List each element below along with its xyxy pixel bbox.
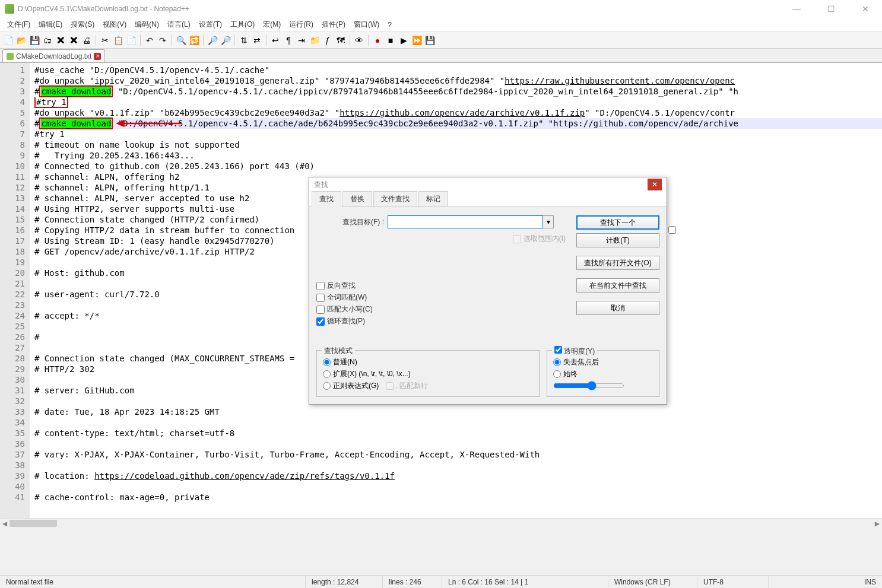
file-tab-icon bbox=[7, 53, 14, 60]
find-icon[interactable]: 🔍 bbox=[175, 34, 187, 46]
redo-icon[interactable]: ↷ bbox=[157, 34, 169, 46]
horizontal-scrollbar[interactable]: ◀ ▶ bbox=[0, 518, 882, 527]
open-icon[interactable]: 📂 bbox=[15, 34, 27, 46]
menu-search[interactable]: 搜索(S) bbox=[67, 18, 98, 31]
search-mode-legend: 查找模式 bbox=[322, 346, 355, 356]
paste-icon[interactable]: 📄 bbox=[125, 34, 137, 46]
save-macro-icon[interactable]: 💾 bbox=[424, 34, 436, 46]
scroll-left-icon[interactable]: ◀ bbox=[0, 519, 9, 527]
close-all-icon[interactable]: 🗙 bbox=[68, 34, 80, 46]
wrap-checkbox[interactable] bbox=[316, 317, 325, 326]
mode-regex-radio[interactable] bbox=[323, 382, 331, 390]
separator bbox=[172, 35, 172, 46]
whole-word-checkbox[interactable] bbox=[316, 294, 325, 302]
menu-window[interactable]: 窗口(W) bbox=[350, 18, 383, 31]
trans-always-radio[interactable] bbox=[553, 370, 561, 378]
count-button[interactable]: 计数(T) bbox=[576, 233, 659, 247]
minimize-button[interactable]: — bbox=[785, 4, 808, 14]
cut-icon[interactable]: ✂ bbox=[99, 34, 111, 46]
save-all-icon[interactable]: 🗂 bbox=[42, 34, 53, 46]
trans-onlose-label: 失去焦点后 bbox=[563, 357, 599, 367]
transparency-slider[interactable] bbox=[553, 381, 624, 390]
new-icon[interactable]: 📄 bbox=[2, 34, 14, 46]
menu-help[interactable]: ? bbox=[384, 20, 395, 30]
scroll-right-icon[interactable]: ▶ bbox=[873, 519, 882, 527]
cancel-button[interactable]: 取消 bbox=[576, 301, 659, 315]
menu-view[interactable]: 视图(V) bbox=[99, 18, 130, 31]
tab-find[interactable]: 查找 bbox=[312, 191, 341, 207]
zoom-out-icon[interactable]: 🔎 bbox=[220, 34, 231, 46]
menu-tools[interactable]: 工具(O) bbox=[227, 18, 258, 31]
menu-language[interactable]: 语言(L) bbox=[164, 18, 194, 31]
menu-encoding[interactable]: 编码(N) bbox=[131, 18, 163, 31]
mode-extended-radio[interactable] bbox=[323, 370, 331, 378]
scroll-thumb[interactable] bbox=[9, 520, 57, 527]
status-mode: Normal text file bbox=[0, 576, 306, 588]
wrap-icon[interactable]: ↩ bbox=[269, 34, 281, 46]
find-target-input[interactable] bbox=[388, 215, 543, 228]
mode-extended-label: 扩展(X) (\n, \r, \t, \0, \x...) bbox=[333, 369, 411, 379]
match-case-checkbox[interactable] bbox=[316, 306, 325, 314]
whole-word-label: 全词匹配(W) bbox=[327, 293, 367, 303]
tab-mark[interactable]: 标记 bbox=[418, 191, 448, 206]
find-dialog: 查找 ✕ 查找 替换 文件查找 标记 查找目标(F) : ▾ 选取范围内(I) … bbox=[309, 177, 667, 405]
find-target-label: 查找目标(F) : bbox=[316, 217, 388, 227]
replace-icon[interactable]: 🔁 bbox=[188, 34, 200, 46]
find-next-button[interactable]: 查找下一个 bbox=[576, 215, 659, 230]
menu-settings[interactable]: 设置(T) bbox=[195, 18, 226, 31]
in-selection-checkbox bbox=[513, 235, 521, 243]
combo-dropdown-icon[interactable]: ▾ bbox=[543, 215, 554, 228]
zoom-in-icon[interactable]: 🔎 bbox=[207, 34, 218, 46]
map-icon[interactable]: 🗺 bbox=[335, 34, 347, 46]
file-tab[interactable]: CMakeDownloadLog.txt × bbox=[2, 49, 105, 62]
copy-icon[interactable]: 📋 bbox=[112, 34, 124, 46]
save-icon[interactable]: 💾 bbox=[28, 34, 40, 46]
separator bbox=[368, 35, 369, 46]
record-icon[interactable]: ● bbox=[372, 34, 383, 46]
print-icon[interactable]: 🖨 bbox=[81, 34, 93, 46]
extra-checkbox[interactable] bbox=[668, 226, 676, 234]
menu-file[interactable]: 文件(F) bbox=[4, 18, 34, 31]
folder-icon[interactable]: 📁 bbox=[309, 34, 321, 46]
dialog-close-icon[interactable]: ✕ bbox=[648, 179, 662, 190]
status-enc: UTF-8 bbox=[697, 576, 769, 588]
tabbar: CMakeDownloadLog.txt × bbox=[0, 49, 882, 63]
trans-onlose-radio[interactable] bbox=[553, 358, 561, 366]
mode-regex-label: 正则表达式(G) bbox=[333, 381, 379, 391]
tab-find-in-files[interactable]: 文件查找 bbox=[373, 191, 417, 206]
dialog-titlebar[interactable]: 查找 ✕ bbox=[309, 177, 667, 192]
trans-always-label: 始终 bbox=[563, 369, 578, 379]
find-in-current-button[interactable]: 在当前文件中查找 bbox=[576, 278, 659, 293]
wrap-label: 循环查找(P) bbox=[327, 316, 365, 326]
indent-icon[interactable]: ⇥ bbox=[296, 34, 307, 46]
transparency-checkbox[interactable] bbox=[554, 346, 562, 354]
menu-run[interactable]: 运行(R) bbox=[285, 18, 317, 31]
stop-icon[interactable]: ■ bbox=[385, 34, 396, 46]
mode-normal-radio[interactable] bbox=[323, 358, 331, 366]
tab-replace[interactable]: 替换 bbox=[342, 191, 372, 206]
maximize-button[interactable]: ☐ bbox=[819, 4, 843, 14]
monitor-icon[interactable]: 👁 bbox=[353, 34, 365, 46]
file-tab-label: CMakeDownloadLog.txt bbox=[16, 52, 91, 61]
menu-edit[interactable]: 编辑(E) bbox=[35, 18, 66, 31]
func-icon[interactable]: ƒ bbox=[322, 34, 334, 46]
sync-h-icon[interactable]: ⇄ bbox=[251, 34, 263, 46]
play-icon[interactable]: ▶ bbox=[398, 34, 410, 46]
in-selection-label: 选取范围内(I) bbox=[524, 234, 566, 244]
undo-icon[interactable]: ↶ bbox=[144, 34, 156, 46]
statusbar: Normal text file length : 12,824 lines :… bbox=[0, 575, 882, 588]
close-file-icon[interactable]: 🗙 bbox=[55, 34, 66, 46]
menu-macro[interactable]: 宏(M) bbox=[259, 18, 284, 31]
menu-plugins[interactable]: 插件(P) bbox=[318, 18, 349, 31]
find-all-open-button[interactable]: 查找所有打开文件(O) bbox=[576, 256, 659, 270]
close-button[interactable]: ✕ bbox=[854, 4, 877, 14]
titlebar: D:\OpenCV4.5.1\CMakeDownloadLog.txt - No… bbox=[0, 0, 882, 18]
play-multi-icon[interactable]: ⏩ bbox=[411, 34, 423, 46]
dialog-tabs: 查找 替换 文件查找 标记 bbox=[309, 192, 667, 207]
separator bbox=[234, 35, 235, 46]
backward-checkbox[interactable] bbox=[316, 282, 325, 290]
transparency-legend: 透明度(Y) bbox=[564, 347, 595, 355]
close-tab-icon[interactable]: × bbox=[94, 53, 101, 60]
all-chars-icon[interactable]: ¶ bbox=[283, 34, 294, 46]
sync-v-icon[interactable]: ⇅ bbox=[238, 34, 250, 46]
